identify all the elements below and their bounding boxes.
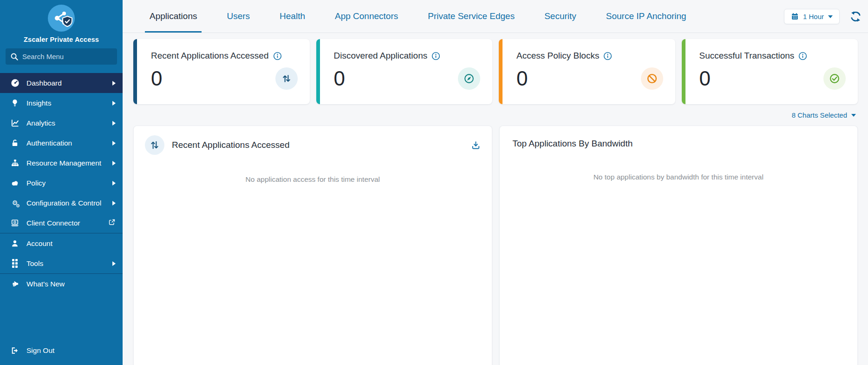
compass-icon [458,67,480,90]
search-icon [10,53,19,61]
info-icon[interactable] [798,52,807,60]
sidebar-item-analytics[interactable]: Analytics [0,113,123,133]
sidebar-item-policy[interactable]: Policy [0,173,123,193]
sidebar-item-authentication[interactable]: Authentication [0,133,123,153]
megaphone-icon [10,279,20,288]
sign-out-button[interactable]: Sign Out [0,339,123,362]
laptop-icon [10,219,20,227]
chevron-right-icon [112,101,116,106]
sidebar-item-label: Analytics [26,119,105,127]
top-tab-bar: Applications Users Health App Connectors… [123,0,868,33]
tab-app-connectors[interactable]: App Connectors [330,0,403,33]
updown-arrows-icon [275,67,298,90]
stat-card-title: Access Policy Blocks [516,51,599,61]
stat-card-title: Discovered Applications [334,51,428,61]
stat-card-value: 0 [151,68,162,89]
search-input[interactable] [6,48,117,65]
sidebar-item-insights[interactable]: Insights [0,93,123,113]
cloud-icon [10,179,20,187]
calendar-icon [791,13,799,20]
sidebar-item-label: Dashboard [26,79,105,87]
card-accent [499,39,503,104]
chevron-down-icon [828,15,833,18]
user-icon [10,239,20,248]
download-icon [471,140,481,150]
card-accent [316,39,320,104]
chevron-right-icon [112,81,116,86]
panel-title: Top Applications By Bandwidth [513,139,845,149]
charts-selected-label: 8 Charts Selected [792,111,847,119]
sign-out-label: Sign Out [26,346,54,355]
main-area: Applications Users Health App Connectors… [123,0,868,365]
time-range-label: 1 Hour [803,13,824,20]
dashboard-content: Recent Applications Accessed 0 [123,33,868,365]
sitemap-icon [10,159,20,167]
sidebar-item-client-connector[interactable]: Client Connector [0,213,123,233]
chevron-down-icon [851,114,856,117]
stat-card-title: Recent Applications Accessed [151,51,269,61]
chevron-right-icon [112,161,116,166]
updown-arrows-icon [145,135,164,155]
top-controls: 1 Hour [784,0,861,33]
refresh-button[interactable] [850,11,861,22]
sidebar-item-label: Account [26,239,116,248]
brand-block: Zscaler Private Access [0,0,123,43]
time-range-button[interactable]: 1 Hour [784,9,840,24]
sidebar-item-tools[interactable]: Tools [0,253,123,273]
download-button[interactable] [471,140,481,150]
sidebar-item-account[interactable]: Account [0,233,123,253]
info-icon[interactable] [603,52,612,60]
chevron-right-icon [112,121,116,126]
chart-line-icon [10,119,20,127]
chevron-right-icon [112,201,116,206]
card-accent [682,39,685,104]
panel-recent-applications-accessed: Recent Applications Accessed No applicat… [133,126,492,365]
unlock-icon [10,139,20,147]
sidebar-item-label: Tools [26,259,105,268]
tab-private-service-edges[interactable]: Private Service Edges [423,0,519,33]
chart-panels-row: Recent Applications Accessed No applicat… [133,126,858,365]
panel-top-applications-by-bandwidth: Top Applications By Bandwidth No top app… [499,126,858,365]
sidebar-nav: Dashboard Insights Analytics [0,73,123,339]
info-icon[interactable] [273,52,282,60]
sidebar-item-configuration-control[interactable]: ⚙⚙ Configuration & Control [0,193,123,213]
stat-card-recent-applications[interactable]: Recent Applications Accessed 0 [133,39,310,104]
tab-applications[interactable]: Applications [145,0,202,33]
sidebar: Zscaler Private Access Dashboard [0,0,123,365]
tab-source-ip-anchoring[interactable]: Source IP Anchoring [601,0,691,33]
sidebar-item-label: Authentication [26,139,105,147]
empty-state-message: No top applications by bandwidth for thi… [500,173,858,181]
gears-icon: ⚙⚙ [10,199,20,207]
sidebar-item-label: Insights [26,99,105,107]
stat-card-access-policy-blocks[interactable]: Access Policy Blocks 0 [499,39,675,104]
tab-health[interactable]: Health [275,0,310,33]
block-icon [641,67,663,90]
empty-state-message: No application access for this time inte… [134,175,492,184]
zscaler-logo-icon [47,4,76,33]
stat-card-value: 0 [516,68,528,89]
check-circle-icon [823,67,846,90]
grid-icon [10,259,20,268]
tabs: Applications Users Health App Connectors… [145,0,691,33]
sign-out-icon [10,346,20,355]
refresh-icon [850,11,861,22]
sidebar-item-label: Configuration & Control [26,199,105,207]
stat-card-successful-transactions[interactable]: Successful Transactions 0 [682,39,858,104]
external-link-icon [108,219,116,228]
sidebar-item-whats-new[interactable]: What's New [0,274,123,294]
sidebar-item-resource-management[interactable]: Resource Management [0,153,123,173]
sidebar-item-label: Policy [26,179,105,187]
charts-selected-dropdown[interactable]: 8 Charts Selected [133,104,858,126]
chevron-right-icon [112,141,116,146]
sidebar-item-dashboard[interactable]: Dashboard [0,73,123,93]
card-accent [133,39,137,104]
tab-users[interactable]: Users [222,0,255,33]
chevron-right-icon [112,261,116,266]
gauge-icon [10,79,20,87]
stat-cards-row: Recent Applications Accessed 0 [133,39,858,104]
tab-security[interactable]: Security [540,0,581,33]
info-icon[interactable] [431,52,440,60]
chevron-right-icon [112,181,116,186]
stat-card-discovered-applications[interactable]: Discovered Applications 0 [316,39,493,104]
panel-title: Recent Applications Accessed [172,140,471,150]
